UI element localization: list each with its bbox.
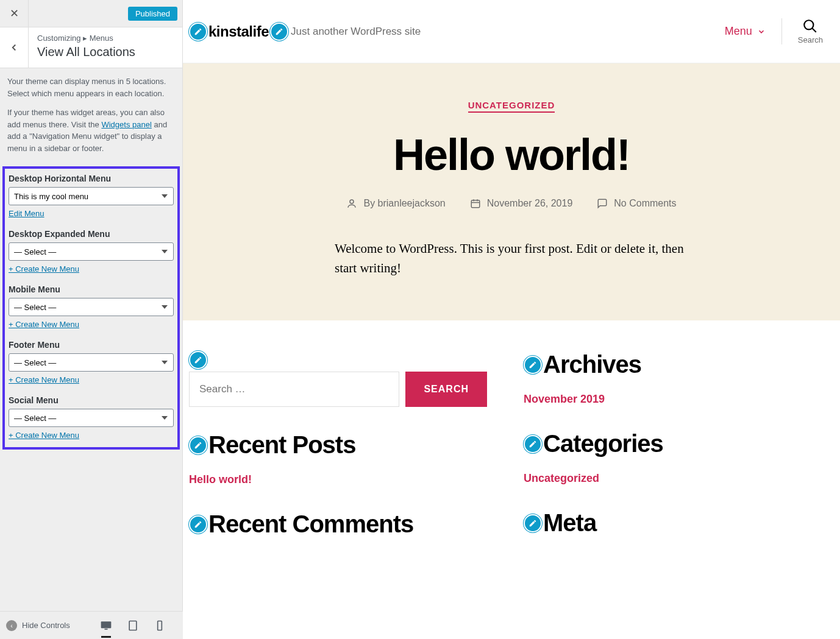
svg-rect-1	[105, 629, 108, 630]
create-menu-link[interactable]: + Create New Menu	[9, 375, 79, 384]
categories-title: Categories	[543, 430, 663, 457]
edit-menu-link[interactable]: Edit Menu	[9, 209, 44, 218]
desktop-preview-icon[interactable]	[100, 620, 112, 632]
category-link[interactable]: Uncategorized	[524, 472, 599, 485]
search-toggle-button[interactable]: Search	[781, 18, 823, 44]
close-customizer-button[interactable]: ✕	[0, 0, 29, 27]
site-header: kinstalife Just another WordPress site M…	[183, 0, 840, 63]
panel-description: Your theme can display menus in 5 locati…	[0, 68, 182, 166]
post-hero: UNCATEGORIZED Hello world! By brianleeja…	[183, 63, 840, 320]
edit-shortcut-icon[interactable]	[189, 23, 207, 41]
chevron-down-icon	[757, 27, 766, 36]
tablet-preview-icon[interactable]	[127, 620, 139, 632]
publish-status-button[interactable]: Published	[128, 7, 177, 21]
post-date: November 26, 2019	[470, 198, 573, 209]
comment-icon	[597, 198, 608, 209]
menu-location-social: Social Menu — Select — + Create New Menu	[9, 395, 174, 440]
menu-location-desktop-expanded: Desktop Expanded Menu — Select — + Creat…	[9, 229, 174, 274]
menu-select-social[interactable]: — Select —	[9, 409, 174, 427]
search-icon	[802, 18, 818, 34]
edit-shortcut-icon[interactable]	[270, 23, 288, 41]
svg-rect-2	[129, 621, 137, 630]
post-title[interactable]: Hello world!	[207, 130, 816, 180]
edit-shortcut-icon[interactable]	[189, 351, 207, 369]
create-menu-link[interactable]: + Create New Menu	[9, 431, 79, 440]
sidebar-header: Customizing ▸ Menus View All Locations	[0, 27, 182, 68]
edit-shortcut-icon[interactable]	[524, 435, 542, 453]
sidebar-footer: ‹ Hide Controls	[0, 611, 183, 639]
search-widget: SEARCH Recent Posts Hello world! Recent …	[189, 351, 487, 538]
menu-location-mobile: Mobile Menu — Select — + Create New Menu	[9, 284, 174, 329]
svg-rect-0	[101, 621, 112, 628]
panel-title: View All Locations	[37, 45, 135, 59]
svg-rect-3	[158, 621, 162, 630]
menu-locations-highlight: Desktop Horizontal Menu This is my cool …	[2, 166, 180, 450]
recent-comments-title: Recent Comments	[208, 510, 413, 538]
menu-select-desktop-expanded[interactable]: — Select —	[9, 242, 174, 261]
svg-line-5	[813, 28, 817, 32]
user-icon	[346, 198, 357, 209]
customizer-sidebar: ✕ Published Customizing ▸ Menus View All…	[0, 0, 183, 611]
menu-location-desktop-horizontal: Desktop Horizontal Menu This is my cool …	[9, 174, 174, 218]
mobile-preview-icon[interactable]	[154, 620, 166, 632]
post-meta: By brianleejackson November 26, 2019 No …	[207, 198, 816, 209]
recent-posts-title: Recent Posts	[208, 431, 355, 459]
chevron-left-icon: ‹	[6, 620, 17, 631]
create-menu-link[interactable]: + Create New Menu	[9, 320, 79, 329]
menu-toggle-button[interactable]: Menu	[725, 25, 766, 38]
search-input[interactable]	[189, 372, 399, 407]
create-menu-link[interactable]: + Create New Menu	[9, 264, 79, 274]
menu-select-desktop-horizontal[interactable]: This is my cool menu	[9, 187, 174, 205]
archives-widget: Archives November 2019 Categories Uncate…	[524, 351, 822, 538]
back-button[interactable]	[0, 27, 29, 68]
svg-rect-7	[471, 200, 480, 208]
post-comments-link[interactable]: No Comments	[597, 198, 676, 209]
site-tagline: Just another WordPress site	[291, 26, 421, 38]
svg-point-4	[805, 20, 814, 29]
site-title[interactable]: kinstalife	[208, 23, 269, 40]
svg-point-6	[350, 200, 354, 203]
edit-shortcut-icon[interactable]	[524, 356, 542, 374]
footer-widgets: SEARCH Recent Posts Hello world! Recent …	[183, 320, 840, 556]
recent-post-link[interactable]: Hello world!	[189, 473, 252, 486]
breadcrumb: Customizing ▸ Menus	[37, 34, 135, 43]
edit-shortcut-icon[interactable]	[189, 436, 207, 454]
meta-title: Meta	[543, 509, 596, 537]
hide-controls-button[interactable]: ‹ Hide Controls	[6, 620, 70, 631]
post-author: By brianleejackson	[346, 198, 445, 209]
calendar-icon	[470, 198, 481, 209]
post-excerpt: Welcome to WordPress. This is your first…	[335, 239, 688, 278]
edit-shortcut-icon[interactable]	[524, 514, 542, 532]
archives-title: Archives	[543, 351, 641, 378]
menu-select-mobile[interactable]: — Select —	[9, 298, 174, 316]
menu-select-footer[interactable]: — Select —	[9, 353, 174, 372]
menu-location-footer: Footer Menu — Select — + Create New Menu	[9, 340, 174, 384]
sidebar-top-bar: ✕ Published	[0, 0, 182, 27]
site-preview: kinstalife Just another WordPress site M…	[183, 0, 840, 639]
archive-link[interactable]: November 2019	[524, 393, 605, 406]
edit-shortcut-icon[interactable]	[189, 515, 207, 534]
widgets-panel-link[interactable]: Widgets panel	[101, 120, 151, 129]
search-submit-button[interactable]: SEARCH	[405, 372, 487, 407]
category-link[interactable]: UNCATEGORIZED	[468, 100, 555, 113]
